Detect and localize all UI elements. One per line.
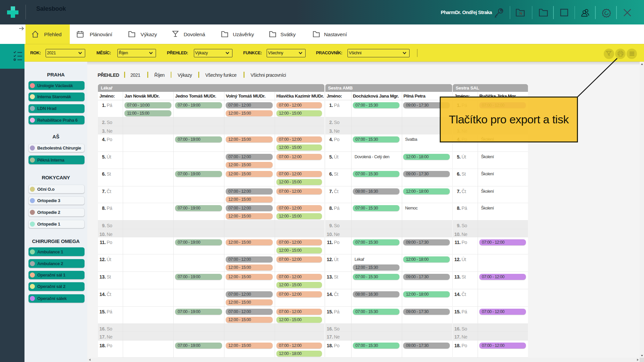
svg-text:N: N bbox=[520, 11, 522, 15]
